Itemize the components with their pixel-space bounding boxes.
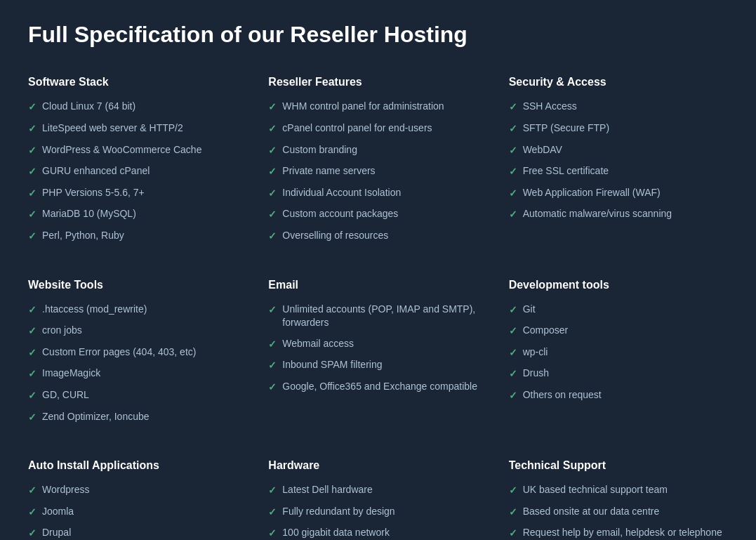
list-item: GURU enhanced cPanel [28, 164, 247, 179]
check-icon [509, 187, 517, 201]
check-icon [509, 346, 517, 360]
item-label: Perl, Python, Ruby [42, 229, 124, 243]
item-label: .htaccess (mod_rewrite) [42, 303, 147, 317]
list-item: ImageMagick [28, 367, 247, 381]
section-title-email: Email [268, 279, 487, 291]
check-icon [28, 411, 37, 425]
check-icon [28, 506, 37, 520]
check-icon [509, 165, 517, 179]
check-icon [509, 144, 517, 158]
check-icon [28, 303, 37, 317]
item-label: Request help by email, helpdesk or telep… [523, 526, 722, 540]
section-title-software-stack: Software Stack [28, 76, 247, 88]
item-label: wp-cli [523, 345, 548, 360]
list-item: PHP Versions 5-5.6, 7+ [28, 186, 247, 201]
check-icon [509, 506, 517, 520]
item-label: Individual Account Isolation [282, 186, 401, 200]
list-item: MariaDB 10 (MySQL) [28, 207, 247, 222]
check-icon [268, 506, 277, 520]
item-label: Private name servers [282, 164, 375, 178]
list-item: Private name servers [268, 164, 487, 179]
item-label: ImageMagick [42, 367, 100, 381]
check-icon [28, 484, 37, 498]
item-label: Wordpress [42, 483, 89, 497]
list-item: Custom account packages [268, 207, 487, 222]
item-label: Automatic malware/virus scanning [523, 207, 672, 221]
check-icon [28, 527, 37, 540]
list-item: Composer [509, 324, 728, 338]
check-icon [509, 100, 517, 114]
check-icon [28, 230, 37, 244]
list-item: Webmail access [268, 337, 487, 352]
item-label: GURU enhanced cPanel [42, 164, 150, 178]
item-label: Web Application Firewall (WAF) [523, 186, 661, 200]
check-icon [509, 208, 517, 222]
check-icon [28, 144, 37, 158]
check-icon [268, 527, 277, 540]
item-label: Latest Dell hardware [282, 483, 372, 497]
list-item: LiteSpeed web server & HTTP/2 [28, 121, 247, 136]
section-auto-install: Auto Install ApplicationsWordpressJoomla… [28, 459, 247, 540]
list-item: Git [509, 303, 728, 317]
item-label: GD, CURL [42, 388, 89, 402]
item-label: Free SSL certificate [523, 164, 609, 178]
check-icon [28, 122, 37, 136]
list-item: Perl, Python, Ruby [28, 229, 247, 244]
check-icon [268, 484, 277, 498]
list-item: Zend Optimizer, Ioncube [28, 410, 247, 425]
item-label: WebDAV [523, 143, 562, 157]
section-title-reseller-features: Reseller Features [268, 76, 487, 88]
item-label: Custom account packages [282, 207, 398, 221]
item-label: Custom branding [282, 143, 357, 157]
item-label: Inbound SPAM filtering [282, 358, 382, 372]
check-icon [28, 389, 37, 403]
check-icon [509, 484, 517, 498]
check-icon [268, 187, 277, 201]
list-item: Request help by email, helpdesk or telep… [509, 526, 728, 540]
section-title-technical-support: Technical Support [509, 459, 728, 472]
item-label: cron jobs [42, 324, 82, 338]
list-item: Fully redundant by design [268, 505, 487, 520]
check-icon [268, 230, 277, 244]
item-label: UK based technical support team [523, 483, 668, 497]
list-item: Free SSL certificate [509, 164, 728, 179]
list-item: Automatic malware/virus scanning [509, 207, 728, 222]
section-title-security-access: Security & Access [509, 76, 728, 88]
item-label: Unlimited accounts (POP, IMAP and SMTP),… [282, 303, 487, 330]
item-label: WordPress & WooCommerce Cache [42, 143, 201, 157]
item-label: Zend Optimizer, Ioncube [42, 410, 150, 424]
list-item: GD, CURL [28, 388, 247, 403]
list-item: WordPress & WooCommerce Cache [28, 143, 247, 158]
list-item: SSH Access [509, 100, 728, 114]
item-label: SFTP (Secure FTP) [523, 121, 609, 136]
check-icon [268, 381, 277, 395]
item-label: Git [523, 303, 536, 317]
section-reseller-features: Reseller FeaturesWHM control panel for a… [268, 76, 487, 250]
item-label: Drush [523, 367, 549, 381]
item-label: Webmail access [282, 337, 354, 351]
check-icon [28, 165, 37, 179]
list-item: Based onsite at our data centre [509, 505, 728, 520]
check-icon [268, 208, 277, 222]
check-icon [509, 324, 517, 338]
check-icon [28, 346, 37, 360]
page-title: Full Specification of our Reseller Hosti… [28, 21, 728, 48]
list-item: 100 gigabit data network [268, 526, 487, 540]
section-security-access: Security & AccessSSH AccessSFTP (Secure … [509, 76, 728, 250]
list-item: Individual Account Isolation [268, 186, 487, 201]
item-label: Overselling of resources [282, 229, 388, 243]
check-icon [28, 324, 37, 338]
item-label: PHP Versions 5-5.6, 7+ [42, 186, 145, 200]
list-item: Others on request [509, 388, 728, 403]
section-development-tools: Development toolsGitComposerwp-cliDrushO… [509, 279, 728, 432]
check-icon [268, 165, 277, 179]
list-item: Joomla [28, 505, 247, 520]
list-item: wp-cli [509, 345, 728, 360]
check-icon [268, 338, 277, 352]
check-icon [28, 100, 37, 114]
check-icon [509, 122, 517, 136]
section-title-auto-install: Auto Install Applications [28, 459, 247, 472]
list-item: Overselling of resources [268, 229, 487, 244]
check-icon [268, 359, 277, 373]
check-icon [28, 208, 37, 222]
